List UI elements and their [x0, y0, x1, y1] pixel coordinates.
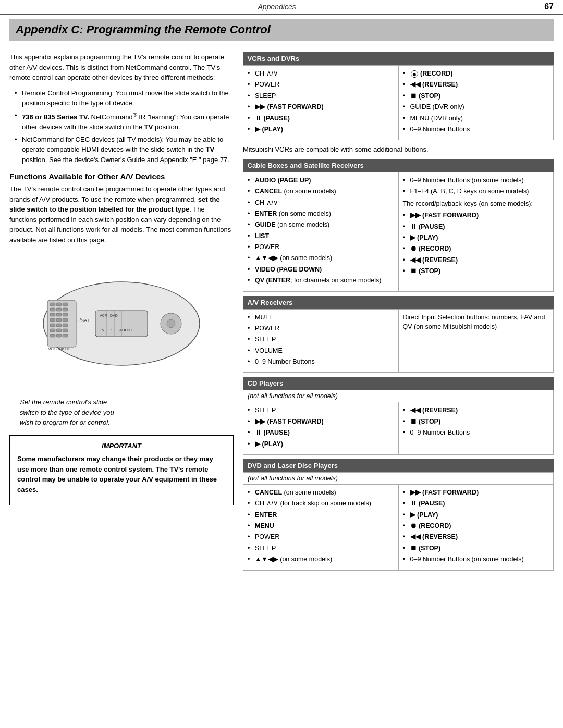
svg-rect-28 [56, 329, 62, 332]
list-item: ⏹ (STOP) [403, 544, 549, 553]
record-icon: ⏺ [411, 70, 418, 78]
cd-players-table: CD Players (not all functions for all mo… [243, 377, 554, 455]
vcrs-dvrs-table: VCRs and DVRs CH ∧/∨ POWER SLEEP ▶▶ (FAS… [243, 52, 554, 140]
svg-text:MITSUBISHI: MITSUBISHI [48, 347, 69, 351]
svg-rect-27 [50, 329, 55, 332]
svg-rect-25 [56, 324, 62, 327]
list-item: 0–9 Number Buttons [248, 357, 394, 367]
functions-section: Functions Available for Other A/V Device… [9, 172, 234, 245]
method-3: NetCommand for CEC devices (all TV model… [15, 134, 234, 165]
list-item: ⏺ (RECORD) [403, 521, 549, 531]
svg-rect-22 [56, 318, 62, 322]
methods-list: Remote Control Programming: You must mov… [15, 88, 234, 165]
remote-control-svg: CABLE/SAT VCR DVD TV ↑ AUDIO [33, 253, 210, 394]
list-item: CANCEL (on some models) [248, 488, 394, 498]
list-item: LIST [248, 231, 394, 241]
list-item: ⏹ (STOP) [403, 266, 549, 276]
svg-rect-20 [63, 313, 68, 316]
list-item: VOLUME [248, 346, 394, 356]
list-item: CH ∧/∨ (for track skip on some models) [248, 499, 394, 509]
list-item: ENTER (on some models) [248, 209, 394, 219]
page-header: Appendices 67 [0, 0, 563, 15]
remote-caption: Set the remote control's slide switch to… [9, 397, 234, 428]
svg-text:TV: TV [100, 328, 105, 332]
av-receivers-header: A/V Receivers [243, 296, 554, 310]
cd-col1-list: SLEEP ▶▶ (FAST FORWARD) ⏸ (PAUSE) ▶ (PLA… [248, 405, 394, 449]
vcrs-col2-list: ⏺ (RECORD) ◀◀ (REVERSE) ⏹ (STOP) GUIDE (… [403, 69, 549, 134]
list-item: SLEEP [248, 544, 394, 553]
cable-satellite-header: Cable Boxes and Satellite Receivers [243, 159, 554, 172]
important-text: Some manufacturers may change their prod… [17, 454, 226, 495]
list-item: GUIDE (DVR only) [403, 102, 549, 112]
list-item: ◀◀ (REVERSE) [403, 255, 549, 265]
cd-col2-list: ◀◀ (REVERSE) ⏹ (STOP) 0–9 Number Buttons [403, 405, 549, 438]
cd-intro: (not all functions for all models) [248, 392, 338, 400]
list-item: CANCEL (on some models) [248, 187, 394, 196]
vcrs-note: Mitsubishi VCRs are compatible with some… [243, 144, 554, 155]
av-receivers-table: A/V Receivers MUTE POWER SLEEP VOLUME 0–… [243, 296, 554, 373]
list-item: ⏺ (RECORD) [403, 69, 549, 79]
page-number: 67 [544, 2, 554, 11]
svg-rect-19 [56, 313, 62, 316]
svg-rect-24 [50, 324, 55, 327]
cable-col2-playback-list: ▶▶ (FAST FORWARD) ⏸ (PAUSE) ▶ (PLAY) ⏺ (… [403, 211, 549, 276]
svg-rect-31 [56, 334, 62, 337]
list-item: ▶ (PLAY) [248, 125, 394, 134]
av-col1-list: MUTE POWER SLEEP VOLUME 0–9 Number Butto… [248, 313, 394, 367]
svg-rect-12 [50, 303, 55, 306]
vcrs-dvrs-header: VCRs and DVRs [243, 52, 554, 66]
list-item: ⏸ (PAUSE) [248, 114, 394, 124]
important-box: IMPORTANT Some manufacturers may change … [9, 435, 234, 506]
dvd-col1-list: CANCEL (on some models) CH ∧/∨ (for trac… [248, 488, 394, 565]
list-item: POWER [248, 324, 394, 334]
list-item: ▲▼◀▶ (on some models) [248, 253, 394, 263]
list-item: MUTE [248, 313, 394, 323]
list-item: POWER [248, 532, 394, 542]
cd-players-header: CD Players [243, 377, 554, 390]
list-item: ▶ (PLAY) [403, 233, 549, 243]
list-item: ▶▶ (FAST FORWARD) [248, 417, 394, 427]
list-item: SLEEP [248, 335, 394, 344]
list-item: GUIDE (on some models) [248, 220, 394, 230]
appendix-title: Appendix C: Programming the Remote Contr… [9, 19, 554, 41]
method-1: Remote Control Programming: You must mov… [15, 88, 234, 108]
functions-intro: The TV's remote control can be programme… [9, 184, 234, 245]
cable-col1-list: AUDIO (PAGE UP) CANCEL (on some models) … [248, 176, 394, 286]
dvd-laser-header: DVD and Laser Disc Players [243, 459, 554, 473]
left-column: This appendix explains programming the T… [9, 52, 234, 575]
list-item: ▶▶ (FAST FORWARD) [248, 102, 394, 112]
svg-text:↑: ↑ [110, 328, 112, 332]
list-item: 0–9 Number Buttons [403, 125, 549, 134]
svg-point-34 [167, 319, 175, 328]
list-item: MENU (DVR only) [403, 114, 549, 124]
dvd-col2-list: ▶▶ (FAST FORWARD) ⏸ (PAUSE) ▶ (PLAY) ⏺ (… [403, 488, 549, 565]
svg-rect-18 [50, 313, 55, 316]
svg-text:DVD: DVD [110, 314, 118, 317]
svg-rect-17 [63, 308, 68, 311]
list-item: CH ∧/∨ [248, 198, 394, 208]
list-item: AUDIO (PAGE UP) [248, 176, 394, 186]
cable-satellite-table: Cable Boxes and Satellite Receivers AUDI… [243, 159, 554, 292]
list-item: QV (ENTER; for channels on some models) [248, 276, 394, 286]
vcrs-col1-list: CH ∧/∨ POWER SLEEP ▶▶ (FAST FORWARD) ⏸ (… [248, 69, 394, 134]
svg-rect-15 [50, 308, 55, 311]
list-item: 0–9 Number Buttons [403, 428, 549, 438]
right-column: VCRs and DVRs CH ∧/∨ POWER SLEEP ▶▶ (FAS… [243, 52, 554, 575]
list-item: 0–9 Number Buttons (on some models) [403, 176, 549, 186]
cable-col2-list: 0–9 Number Buttons (on some models) F1–F… [403, 176, 549, 197]
list-item: SLEEP [248, 91, 394, 101]
svg-text:AUDIO: AUDIO [119, 328, 132, 332]
list-item: ⏹ (STOP) [403, 91, 549, 101]
functions-heading: Functions Available for Other A/V Device… [9, 172, 234, 181]
list-item: MENU [248, 521, 394, 531]
list-item: SLEEP [248, 405, 394, 415]
svg-text:VCR: VCR [100, 314, 107, 317]
list-item: POWER [248, 242, 394, 252]
list-item: 0–9 Number Buttons (on some models) [403, 554, 549, 564]
remote-image-container: CABLE/SAT VCR DVD TV ↑ AUDIO [9, 253, 234, 428]
list-item: ▶▶ (FAST FORWARD) [403, 211, 549, 220]
svg-rect-23 [63, 318, 68, 322]
header-title: Appendices [9, 3, 544, 11]
list-item: CH ∧/∨ [248, 69, 394, 79]
dvd-intro: (not all functions for all models) [248, 475, 338, 482]
